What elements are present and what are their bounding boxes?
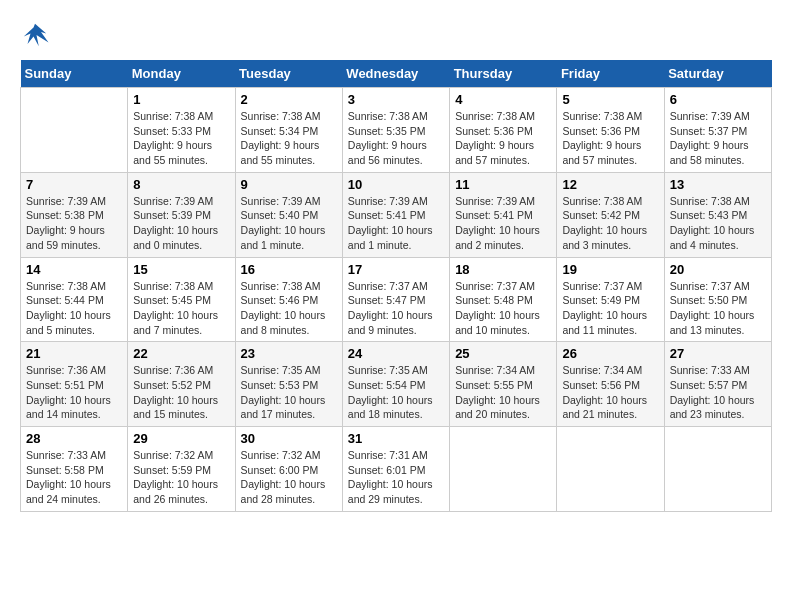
day-info: Sunrise: 7:36 AM Sunset: 5:52 PM Dayligh… (133, 363, 229, 422)
day-info: Sunrise: 7:35 AM Sunset: 5:53 PM Dayligh… (241, 363, 337, 422)
day-number: 11 (455, 177, 551, 192)
calendar-cell (557, 427, 664, 512)
calendar-cell: 28Sunrise: 7:33 AM Sunset: 5:58 PM Dayli… (21, 427, 128, 512)
day-info: Sunrise: 7:38 AM Sunset: 5:45 PM Dayligh… (133, 279, 229, 338)
day-info: Sunrise: 7:39 AM Sunset: 5:39 PM Dayligh… (133, 194, 229, 253)
day-info: Sunrise: 7:39 AM Sunset: 5:38 PM Dayligh… (26, 194, 122, 253)
day-info: Sunrise: 7:37 AM Sunset: 5:49 PM Dayligh… (562, 279, 658, 338)
calendar-cell (450, 427, 557, 512)
logo-icon (20, 20, 50, 50)
day-number: 26 (562, 346, 658, 361)
day-number: 7 (26, 177, 122, 192)
calendar-week-5: 28Sunrise: 7:33 AM Sunset: 5:58 PM Dayli… (21, 427, 772, 512)
day-number: 2 (241, 92, 337, 107)
day-info: Sunrise: 7:31 AM Sunset: 6:01 PM Dayligh… (348, 448, 444, 507)
calendar-cell: 15Sunrise: 7:38 AM Sunset: 5:45 PM Dayli… (128, 257, 235, 342)
day-number: 29 (133, 431, 229, 446)
calendar-cell: 6Sunrise: 7:39 AM Sunset: 5:37 PM Daylig… (664, 88, 771, 173)
calendar-cell: 3Sunrise: 7:38 AM Sunset: 5:35 PM Daylig… (342, 88, 449, 173)
calendar-cell: 4Sunrise: 7:38 AM Sunset: 5:36 PM Daylig… (450, 88, 557, 173)
day-info: Sunrise: 7:38 AM Sunset: 5:46 PM Dayligh… (241, 279, 337, 338)
day-number: 1 (133, 92, 229, 107)
calendar-cell: 29Sunrise: 7:32 AM Sunset: 5:59 PM Dayli… (128, 427, 235, 512)
day-info: Sunrise: 7:38 AM Sunset: 5:35 PM Dayligh… (348, 109, 444, 168)
calendar-cell: 14Sunrise: 7:38 AM Sunset: 5:44 PM Dayli… (21, 257, 128, 342)
calendar-cell: 27Sunrise: 7:33 AM Sunset: 5:57 PM Dayli… (664, 342, 771, 427)
day-info: Sunrise: 7:37 AM Sunset: 5:48 PM Dayligh… (455, 279, 551, 338)
day-info: Sunrise: 7:34 AM Sunset: 5:55 PM Dayligh… (455, 363, 551, 422)
day-number: 13 (670, 177, 766, 192)
day-info: Sunrise: 7:32 AM Sunset: 6:00 PM Dayligh… (241, 448, 337, 507)
day-info: Sunrise: 7:38 AM Sunset: 5:33 PM Dayligh… (133, 109, 229, 168)
day-number: 4 (455, 92, 551, 107)
day-info: Sunrise: 7:38 AM Sunset: 5:43 PM Dayligh… (670, 194, 766, 253)
weekday-row: SundayMondayTuesdayWednesdayThursdayFrid… (21, 60, 772, 88)
calendar-cell: 20Sunrise: 7:37 AM Sunset: 5:50 PM Dayli… (664, 257, 771, 342)
weekday-header-sunday: Sunday (21, 60, 128, 88)
day-info: Sunrise: 7:39 AM Sunset: 5:41 PM Dayligh… (455, 194, 551, 253)
day-number: 19 (562, 262, 658, 277)
day-info: Sunrise: 7:36 AM Sunset: 5:51 PM Dayligh… (26, 363, 122, 422)
day-info: Sunrise: 7:35 AM Sunset: 5:54 PM Dayligh… (348, 363, 444, 422)
calendar-cell: 7Sunrise: 7:39 AM Sunset: 5:38 PM Daylig… (21, 172, 128, 257)
calendar-cell: 5Sunrise: 7:38 AM Sunset: 5:36 PM Daylig… (557, 88, 664, 173)
day-info: Sunrise: 7:37 AM Sunset: 5:47 PM Dayligh… (348, 279, 444, 338)
calendar-cell: 25Sunrise: 7:34 AM Sunset: 5:55 PM Dayli… (450, 342, 557, 427)
calendar-cell: 12Sunrise: 7:38 AM Sunset: 5:42 PM Dayli… (557, 172, 664, 257)
day-number: 14 (26, 262, 122, 277)
weekday-header-friday: Friday (557, 60, 664, 88)
day-number: 6 (670, 92, 766, 107)
day-number: 31 (348, 431, 444, 446)
calendar-cell: 30Sunrise: 7:32 AM Sunset: 6:00 PM Dayli… (235, 427, 342, 512)
day-number: 18 (455, 262, 551, 277)
day-number: 30 (241, 431, 337, 446)
day-number: 8 (133, 177, 229, 192)
day-info: Sunrise: 7:33 AM Sunset: 5:57 PM Dayligh… (670, 363, 766, 422)
day-info: Sunrise: 7:39 AM Sunset: 5:40 PM Dayligh… (241, 194, 337, 253)
calendar-week-4: 21Sunrise: 7:36 AM Sunset: 5:51 PM Dayli… (21, 342, 772, 427)
day-number: 25 (455, 346, 551, 361)
day-info: Sunrise: 7:38 AM Sunset: 5:36 PM Dayligh… (562, 109, 658, 168)
day-number: 27 (670, 346, 766, 361)
calendar-cell: 24Sunrise: 7:35 AM Sunset: 5:54 PM Dayli… (342, 342, 449, 427)
day-info: Sunrise: 7:34 AM Sunset: 5:56 PM Dayligh… (562, 363, 658, 422)
day-number: 24 (348, 346, 444, 361)
calendar-cell: 16Sunrise: 7:38 AM Sunset: 5:46 PM Dayli… (235, 257, 342, 342)
calendar-cell: 17Sunrise: 7:37 AM Sunset: 5:47 PM Dayli… (342, 257, 449, 342)
day-number: 21 (26, 346, 122, 361)
day-number: 16 (241, 262, 337, 277)
calendar-cell: 19Sunrise: 7:37 AM Sunset: 5:49 PM Dayli… (557, 257, 664, 342)
calendar-cell: 1Sunrise: 7:38 AM Sunset: 5:33 PM Daylig… (128, 88, 235, 173)
day-info: Sunrise: 7:37 AM Sunset: 5:50 PM Dayligh… (670, 279, 766, 338)
day-number: 17 (348, 262, 444, 277)
calendar-header: SundayMondayTuesdayWednesdayThursdayFrid… (21, 60, 772, 88)
calendar-cell: 26Sunrise: 7:34 AM Sunset: 5:56 PM Dayli… (557, 342, 664, 427)
day-info: Sunrise: 7:39 AM Sunset: 5:37 PM Dayligh… (670, 109, 766, 168)
day-info: Sunrise: 7:38 AM Sunset: 5:36 PM Dayligh… (455, 109, 551, 168)
day-number: 23 (241, 346, 337, 361)
calendar-cell: 23Sunrise: 7:35 AM Sunset: 5:53 PM Dayli… (235, 342, 342, 427)
calendar-cell: 11Sunrise: 7:39 AM Sunset: 5:41 PM Dayli… (450, 172, 557, 257)
weekday-header-monday: Monday (128, 60, 235, 88)
day-number: 12 (562, 177, 658, 192)
calendar-cell: 13Sunrise: 7:38 AM Sunset: 5:43 PM Dayli… (664, 172, 771, 257)
calendar-cell (664, 427, 771, 512)
calendar-cell: 10Sunrise: 7:39 AM Sunset: 5:41 PM Dayli… (342, 172, 449, 257)
day-info: Sunrise: 7:39 AM Sunset: 5:41 PM Dayligh… (348, 194, 444, 253)
day-number: 22 (133, 346, 229, 361)
weekday-header-tuesday: Tuesday (235, 60, 342, 88)
svg-marker-0 (24, 24, 49, 47)
day-info: Sunrise: 7:33 AM Sunset: 5:58 PM Dayligh… (26, 448, 122, 507)
calendar-cell: 21Sunrise: 7:36 AM Sunset: 5:51 PM Dayli… (21, 342, 128, 427)
weekday-header-saturday: Saturday (664, 60, 771, 88)
calendar-cell: 31Sunrise: 7:31 AM Sunset: 6:01 PM Dayli… (342, 427, 449, 512)
calendar-cell: 18Sunrise: 7:37 AM Sunset: 5:48 PM Dayli… (450, 257, 557, 342)
calendar-body: 1Sunrise: 7:38 AM Sunset: 5:33 PM Daylig… (21, 88, 772, 512)
day-info: Sunrise: 7:38 AM Sunset: 5:44 PM Dayligh… (26, 279, 122, 338)
logo (20, 20, 54, 50)
calendar-week-1: 1Sunrise: 7:38 AM Sunset: 5:33 PM Daylig… (21, 88, 772, 173)
day-number: 9 (241, 177, 337, 192)
weekday-header-wednesday: Wednesday (342, 60, 449, 88)
calendar-week-2: 7Sunrise: 7:39 AM Sunset: 5:38 PM Daylig… (21, 172, 772, 257)
calendar-cell: 2Sunrise: 7:38 AM Sunset: 5:34 PM Daylig… (235, 88, 342, 173)
